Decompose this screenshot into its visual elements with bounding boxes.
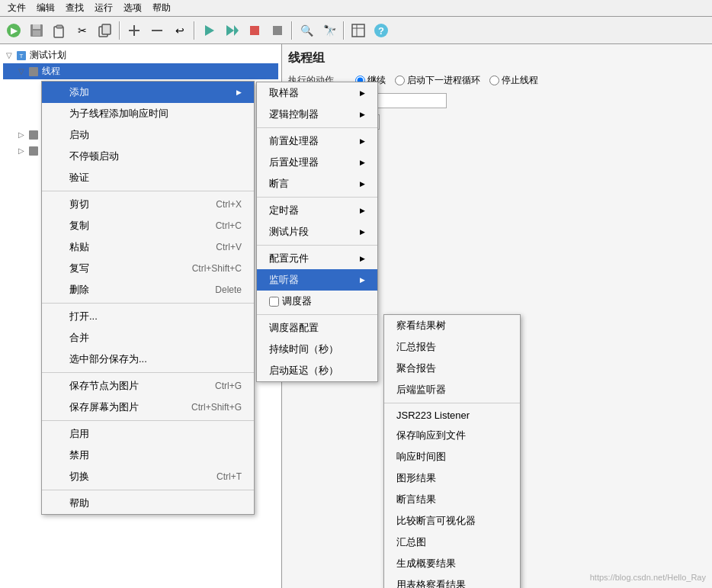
toolbar-undo[interactable]: ↩ — [169, 20, 191, 41]
sub1-pre[interactable]: 前置处理器 — [257, 130, 377, 152]
ctx-add-label: 添加 — [69, 85, 89, 99]
toolbar-play[interactable] — [198, 20, 220, 41]
sub2-generate-summary[interactable]: 生成概要结果 — [384, 553, 520, 574]
sub2-summary-report[interactable]: 汇总报告 — [384, 336, 520, 358]
menu-find[interactable]: 查找 — [61, 0, 88, 16]
radio-next-loop-label: 启动下一进程循环 — [407, 74, 480, 87]
sub1-assert[interactable]: 断言 — [257, 173, 377, 194]
toolbar-stop[interactable] — [244, 20, 265, 41]
ctx-paste[interactable]: 粘贴 Ctrl+V — [42, 236, 254, 258]
main-area: ▽ T 测试计划 ▽ 线程 HT — [0, 44, 712, 588]
sep-1 — [42, 191, 254, 191]
toolbar-search[interactable]: 🔍 — [296, 20, 317, 41]
ctx-add[interactable]: 添加 — [42, 82, 254, 103]
sub1-sampler[interactable]: 取样器 — [257, 82, 377, 104]
sub2-jsr223[interactable]: JSR223 Listener — [384, 406, 520, 425]
svg-marker-12 — [205, 25, 214, 36]
sub1-timer[interactable]: 定时器 — [257, 200, 377, 221]
toolbar-table[interactable] — [348, 20, 369, 41]
sub1-testfrag[interactable]: 测试片段 — [257, 221, 377, 243]
radio-next-loop-input[interactable] — [395, 76, 405, 85]
ctx-add-response-time[interactable]: 为子线程添加响应时间 — [42, 103, 254, 124]
expander-thread2: ▷ — [18, 130, 27, 139]
ctx-start[interactable]: 启动 — [42, 124, 254, 146]
sub2-backend-listener[interactable]: 后端监听器 — [384, 379, 520, 400]
sep1 — [119, 21, 120, 40]
label-testplan: 测试计划 — [30, 49, 66, 62]
toolbar-play-no-pause[interactable] — [221, 20, 242, 41]
toolbar-stop2[interactable] — [267, 20, 288, 41]
toolbar-binoculars[interactable]: 🔭 — [319, 20, 340, 41]
sub1-startup-delay[interactable]: 启动延迟（秒） — [257, 360, 377, 381]
menu-edit[interactable]: 编辑 — [32, 0, 59, 16]
menu-options[interactable]: 选项 — [119, 0, 146, 16]
ctx-toggle[interactable]: 切换 Ctrl+T — [42, 466, 254, 487]
sub2-summary-graph[interactable]: 汇总图 — [384, 532, 520, 553]
toolbar-copy[interactable] — [95, 20, 116, 41]
sub1-scheduler-config[interactable]: 调度器配置 — [257, 317, 377, 339]
ctx-start-no-pause[interactable]: 不停顿启动 — [42, 146, 254, 167]
sub2-view-table[interactable]: 用表格察看结果 — [384, 574, 520, 588]
context-menu: 添加 为子线程添加响应时间 启动 不停顿启动 验证 剪切 Ctrl+X 复制 C… — [41, 81, 255, 515]
toolbar-save[interactable] — [26, 20, 47, 41]
right-panel-title: 线程组 — [288, 50, 706, 66]
svg-rect-8 — [102, 24, 111, 34]
ctx-save-selected[interactable]: 选中部分保存为... — [42, 349, 254, 370]
ctx-open[interactable]: 打开... — [42, 306, 254, 327]
toolbar-help-btn[interactable]: ? — [370, 20, 392, 41]
svg-marker-13 — [226, 25, 234, 36]
sub1-listener[interactable]: 监听器 — [257, 269, 377, 291]
radio-next-loop[interactable]: 启动下一进程循环 — [395, 74, 480, 87]
sub2-response-time-graph[interactable]: 响应时间图 — [384, 446, 520, 468]
icon-testplan: T — [15, 50, 27, 62]
sub1-duration[interactable]: 持续时间（秒） — [257, 339, 377, 360]
toolbar-clipboard[interactable] — [49, 20, 70, 41]
sub2-compare-assert-vis[interactable]: 比较断言可视化器 — [384, 510, 520, 532]
menu-file[interactable]: 文件 — [3, 0, 30, 16]
ctx-duplicate[interactable]: 复写 Ctrl+Shift+C — [42, 258, 254, 279]
menu-help[interactable]: 帮助 — [148, 0, 175, 16]
scheduler-checkbox[interactable] — [269, 297, 279, 307]
sub2-aggregate-report[interactable]: 聚合报告 — [384, 358, 520, 379]
sub1-logic[interactable]: 逻辑控制器 — [257, 104, 377, 125]
sub2-save-responses[interactable]: 保存响应到文件 — [384, 425, 520, 446]
ctx-validate[interactable]: 验证 — [42, 167, 254, 188]
sub2-graph-results[interactable]: 图形结果 — [384, 468, 520, 489]
expander-thread1: ▽ — [18, 67, 27, 76]
svg-rect-4 — [33, 31, 40, 36]
sub1-scheduler[interactable]: 调度器 — [257, 291, 377, 312]
ctx-save-node-img[interactable]: 保存节点为图片 Ctrl+G — [42, 375, 254, 397]
ctx-copy[interactable]: 复制 Ctrl+C — [42, 215, 254, 236]
radio-stop-thread[interactable]: 停止线程 — [489, 74, 538, 87]
sub1-sep3 — [257, 245, 377, 246]
sub1-post[interactable]: 后置处理器 — [257, 152, 377, 173]
toolbar-remove[interactable] — [146, 20, 168, 41]
svg-marker-14 — [234, 25, 239, 36]
shortcut-save-node: Ctrl+G — [215, 381, 242, 391]
ctx-delete[interactable]: 删除 Delete — [42, 279, 254, 300]
sub2-assertion-results[interactable]: 断言结果 — [384, 489, 520, 510]
sub1-sep1 — [257, 127, 377, 128]
ctx-merge[interactable]: 合并 — [42, 327, 254, 349]
ctx-enable[interactable]: 启用 — [42, 423, 254, 445]
svg-rect-15 — [250, 26, 259, 35]
sub1-sep4 — [257, 314, 377, 315]
ctx-help[interactable]: 帮助 — [42, 493, 254, 514]
shortcut-cut: Ctrl+X — [216, 199, 242, 210]
submenu-listener: 察看结果树 汇总报告 聚合报告 后端监听器 JSR223 Listener 保存… — [383, 314, 521, 588]
toolbar-cut[interactable]: ✂ — [72, 20, 93, 41]
menu-run[interactable]: 运行 — [90, 0, 117, 16]
ctx-save-screen-img[interactable]: 保存屏幕为图片 Ctrl+Shift+G — [42, 397, 254, 418]
label-thread1: 线程 — [42, 65, 60, 78]
expander-thread3: ▷ — [18, 146, 27, 155]
sub2-view-results-tree[interactable]: 察看结果树 — [384, 315, 520, 336]
ctx-disable[interactable]: 禁用 — [42, 445, 254, 466]
expander-cha — [30, 98, 40, 107]
toolbar-add[interactable] — [123, 20, 145, 41]
ctx-cut[interactable]: 剪切 Ctrl+X — [42, 194, 254, 215]
tree-item-testplan[interactable]: ▽ T 测试计划 — [3, 47, 278, 63]
tree-item-thread1[interactable]: ▽ 线程 — [3, 63, 278, 79]
radio-stop-input[interactable] — [489, 76, 499, 85]
toolbar-new[interactable]: ▶ — [3, 20, 24, 41]
sub1-config[interactable]: 配置元件 — [257, 248, 377, 269]
